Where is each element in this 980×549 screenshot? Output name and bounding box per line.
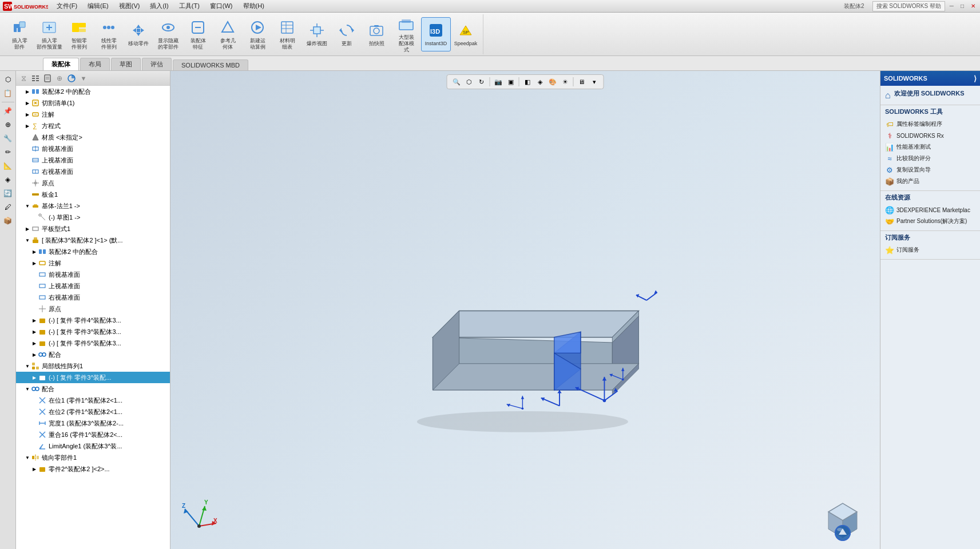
menu-edit[interactable]: 编辑(E) (85, 1, 112, 11)
tree-item-assembly2-mates2[interactable]: ▶ 装配体2 中的配合 (16, 246, 170, 257)
vt-camera-btn[interactable]: 📷 (493, 76, 504, 87)
rp-solidworks-rx[interactable]: ⚕ SOLIDWORKS Rx (885, 130, 975, 141)
lpt-tool-btn[interactable]: 🔧 (2, 132, 14, 145)
tree-item-right-plane[interactable]: ▶ 右视基准面 (16, 166, 170, 177)
menu-insert[interactable]: 插入(I) (147, 1, 171, 11)
filter-icon[interactable]: ⧖ (18, 73, 29, 83)
lpt-list-btn[interactable]: 📋 (2, 87, 14, 100)
navicube[interactable] (817, 492, 868, 543)
tree-item-base-flange[interactable]: ▼ 基体-法兰1 -> (16, 200, 170, 212)
rp-subscribe[interactable]: ⭐ 订阅服务 (885, 244, 975, 256)
viewport[interactable]: 🔍 ⬡ ↻ 📷 ▣ ◧ ◈ 🎨 ☀ 🖥 ▾ (170, 71, 880, 549)
vt-monitor-btn[interactable]: 🖥 (576, 76, 588, 87)
rp-collapse-btn[interactable]: ⟩ (974, 75, 977, 82)
tree-item-top-plane2[interactable]: ▶ 上视基准面 (16, 280, 170, 292)
tab-sketch[interactable]: 草图 (111, 58, 141, 70)
list-view-icon[interactable] (30, 73, 41, 83)
tree-item-local-pattern[interactable]: ▼ 局部线性阵列1 (16, 360, 170, 372)
menu-window[interactable]: 窗口(W) (207, 1, 236, 11)
rp-compare[interactable]: ≈ 比较我的评分 (885, 153, 975, 164)
tab-assembly[interactable]: 装配体 (43, 58, 79, 70)
search-box[interactable]: 搜索 SOLIDWORKS 帮助 (872, 1, 945, 11)
rp-copy-settings[interactable]: ⚙ 复制设置向导 (885, 164, 975, 176)
tree-item-part3-assembly[interactable]: ▶ (-) [ 复件 零件3^装配体3... (16, 326, 170, 337)
close-btn[interactable]: ✕ (969, 3, 978, 9)
tree-item-mates4[interactable]: ▼ 配合 (16, 383, 170, 395)
sidebar-resize-handle[interactable] (168, 71, 170, 549)
maximize-btn[interactable]: □ (958, 3, 966, 9)
rp-my-products[interactable]: 📦 我的产品 (885, 176, 975, 187)
toolbar-ref-geometry[interactable]: 参考几何体 (213, 17, 243, 51)
more-icon[interactable]: ▼ (78, 73, 89, 83)
tab-mbd[interactable]: SOLIDWORKS MBD (173, 59, 248, 70)
toolbar-move-part[interactable]: 移动零件 (124, 17, 153, 51)
vt-view-btn[interactable]: ◧ (522, 76, 533, 87)
tree-item-front-plane[interactable]: ▶ 前视基准面 (16, 143, 170, 154)
doc-icon[interactable] (42, 73, 53, 83)
menu-file[interactable]: 文件(F) (54, 1, 80, 11)
vt-display-btn[interactable]: ◈ (534, 76, 546, 87)
tree-item-width1[interactable]: ▶ 宽度1 (装配体3^装配体2-... (16, 417, 170, 429)
toolbar-show-hide[interactable]: 显示隐藏的零部件 (153, 17, 183, 51)
tree-item-sketch1[interactable]: ▶ (-) 草图1 -> (16, 212, 170, 223)
move-handle-top[interactable] (636, 291, 657, 301)
toolbar-new-part[interactable]: 插入零部件预置量 (34, 17, 64, 51)
tree-item-right-plane2[interactable]: ▶ 右视基准面 (16, 292, 170, 303)
tree-item-part2[interactable]: ▶ 零件2^装配体2 ]<2>... (16, 463, 170, 475)
tree-item-annotations[interactable]: ▶ 注解 (16, 109, 170, 120)
toolbar-instant3d[interactable]: I3D Instant3D (421, 17, 451, 51)
minimize-btn[interactable]: ─ (947, 3, 956, 9)
toolbar-update[interactable]: 更新 (332, 17, 362, 51)
toolbar-motion-study[interactable]: 新建运动算例 (243, 17, 272, 51)
tree-item-mirrored[interactable]: ▼ 镜向零部件1 (16, 452, 170, 463)
move-handle-left[interactable] (541, 390, 562, 406)
tree-item-part5[interactable]: ▶ (-) [ 复件 零件5^装配体3... (16, 337, 170, 349)
lpt-pencil-btn[interactable]: ✏ (2, 146, 14, 158)
toolbar-insert-part[interactable]: 插入零部件 (5, 17, 34, 51)
tree-item-sheetmetal[interactable]: ▶ 板金1 (16, 189, 170, 200)
3d-model-svg[interactable] (354, 173, 697, 470)
tree-item-coincident2[interactable]: ▶ 在位2 (零件1^装配体2<1... (16, 406, 170, 417)
lpt-box-btn[interactable]: 📦 (2, 214, 14, 227)
toolbar-assembly-feature[interactable]: 装配体特征 (183, 17, 213, 51)
toolbar-large-assembly[interactable]: 大型装配体模式 (391, 14, 421, 54)
lpt-drafting-btn[interactable]: 📐 (2, 160, 14, 172)
toolbar-linear-pattern[interactable]: 线性零件替列 (94, 17, 124, 51)
lpt-model-btn[interactable]: ⬡ (2, 73, 14, 86)
toolbar-snapshot[interactable]: 拍快照 (362, 17, 391, 51)
vt-appearance-btn[interactable]: 🎨 (547, 76, 558, 87)
vt-filter-btn[interactable]: ▣ (505, 76, 517, 87)
tree-item-front-plane2[interactable]: ▶ 前视基准面 (16, 269, 170, 280)
lpt-pin-btn[interactable]: 📌 (2, 105, 14, 117)
menu-help[interactable]: 帮助(H) (240, 1, 267, 11)
tree-item-flat-pattern[interactable]: ▶ 平板型式1 (16, 223, 170, 234)
rp-property-wizard[interactable]: 🏷 属性标签编制程序 (885, 118, 975, 130)
lpt-rotate-btn[interactable]: 🔄 (2, 187, 14, 200)
tree-item-origin2[interactable]: ▶ 原点 (16, 303, 170, 315)
lpt-target-btn[interactable]: ⊕ (2, 118, 14, 131)
menu-tools[interactable]: 工具(T) (176, 1, 203, 11)
left-side-triad[interactable] (507, 396, 524, 409)
chart-icon[interactable] (66, 73, 77, 83)
toolbar-speedpak[interactable]: SP Speedpak (451, 17, 481, 51)
tree-item-coincident1[interactable]: ▶ 在位1 (零件1^装配体2<1... (16, 395, 170, 406)
tree-item-limitangle[interactable]: ▶ LimitAngle1 (装配体3^装... (16, 440, 170, 452)
lpt-pen-btn[interactable]: 🖊 (2, 201, 14, 213)
vt-more-btn[interactable]: ▾ (589, 76, 600, 87)
tree-item-assembly2-mates[interactable]: ▶ 装配体2 中的配合 (16, 86, 170, 97)
tree-item-coincident16[interactable]: ▶ 重合16 (零件1^装配体2<... (16, 429, 170, 440)
tree-item-cut-list[interactable]: ▶ 切割清单(1) (16, 97, 170, 109)
tree-item-part4[interactable]: ▶ (-) [ 复件 零件4^装配体3... (16, 315, 170, 326)
tree-item-origin[interactable]: ▶ 原点 (16, 177, 170, 189)
rp-partner[interactable]: 🤝 Partner Solutions(解决方案) (885, 216, 975, 227)
tab-layout[interactable]: 布局 (80, 58, 110, 70)
tree-item-part3-selected[interactable]: ▶ (-) [ 复件 零件3^装配... (16, 372, 170, 383)
tree-item-assembly3[interactable]: ▼ [ 装配体3^装配体2 ]<1> (默... (16, 234, 170, 246)
vt-search-btn[interactable]: 🔍 (451, 76, 462, 87)
tree-item-mates3[interactable]: ▶ 配合 (16, 349, 170, 360)
lpt-diamond-btn[interactable]: ◈ (2, 173, 14, 186)
rp-benchmark[interactable]: 📊 性能基准测试 (885, 141, 975, 153)
toolbar-smart-part[interactable]: 智能零件替列 (64, 17, 94, 51)
tree-item-equations[interactable]: ▶ ∑ 方程式 (16, 120, 170, 132)
target-icon[interactable]: ⊕ (54, 73, 65, 83)
